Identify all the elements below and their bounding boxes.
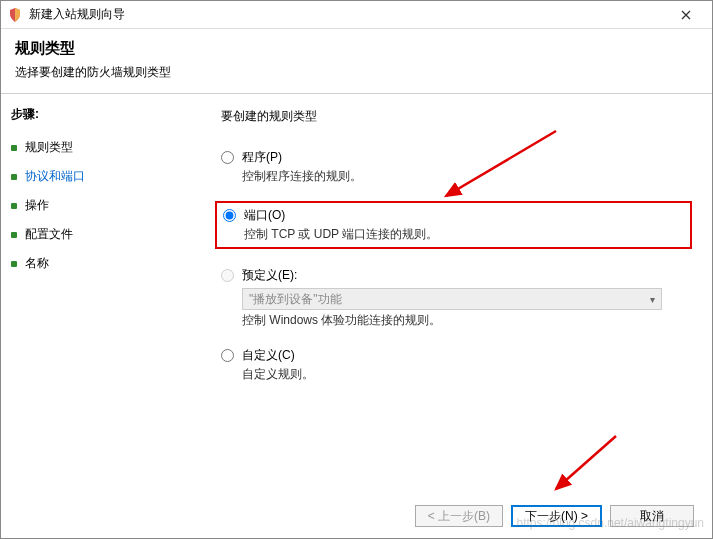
- steps-heading: 步骤:: [11, 106, 191, 123]
- step-label: 操作: [25, 197, 49, 214]
- radio-program[interactable]: [221, 151, 234, 164]
- predefined-dropdown: "播放到设备"功能 ▾: [242, 288, 662, 310]
- step-label: 名称: [25, 255, 49, 272]
- page-subtitle: 选择要创建的防火墙规则类型: [15, 64, 698, 81]
- option-predefined[interactable]: 预定义(E): "播放到设备"功能 ▾ 控制 Windows 体验功能连接的规则…: [221, 265, 692, 331]
- steps-sidebar: 步骤: 规则类型 协议和端口 操作 配置文件 名称: [1, 94, 201, 500]
- bullet-icon: [11, 232, 17, 238]
- firewall-icon: [7, 7, 23, 23]
- predefined-selected: "播放到设备"功能: [249, 291, 342, 308]
- window-title: 新建入站规则向导: [29, 6, 666, 23]
- option-program[interactable]: 程序(P) 控制程序连接的规则。: [221, 147, 692, 187]
- bullet-icon: [11, 203, 17, 209]
- chevron-down-icon: ▾: [650, 294, 655, 305]
- step-profile[interactable]: 配置文件: [11, 220, 191, 249]
- radio-custom[interactable]: [221, 349, 234, 362]
- radio-predefined[interactable]: [221, 269, 234, 282]
- next-button[interactable]: 下一步(N) >: [511, 505, 602, 527]
- option-port[interactable]: 端口(O) 控制 TCP 或 UDP 端口连接的规则。: [215, 201, 692, 249]
- bullet-icon: [11, 145, 17, 151]
- wizard-body: 步骤: 规则类型 协议和端口 操作 配置文件 名称 要创建的规则类型 程序(P): [1, 94, 712, 500]
- option-predefined-label: 预定义(E):: [242, 267, 692, 284]
- close-icon: [681, 10, 691, 20]
- step-protocol-port[interactable]: 协议和端口: [11, 162, 191, 191]
- option-port-label: 端口(O): [244, 207, 684, 224]
- step-name[interactable]: 名称: [11, 249, 191, 278]
- wizard-header: 规则类型 选择要创建的防火墙规则类型: [1, 29, 712, 93]
- option-custom-label: 自定义(C): [242, 347, 692, 364]
- step-action[interactable]: 操作: [11, 191, 191, 220]
- option-custom-desc: 自定义规则。: [242, 366, 692, 383]
- content-prompt: 要创建的规则类型: [221, 108, 692, 125]
- content-pane: 要创建的规则类型 程序(P) 控制程序连接的规则。 端口(O) 控制 TCP 或…: [201, 94, 712, 500]
- option-port-desc: 控制 TCP 或 UDP 端口连接的规则。: [244, 226, 684, 243]
- radio-port[interactable]: [223, 209, 236, 222]
- option-custom[interactable]: 自定义(C) 自定义规则。: [221, 345, 692, 385]
- close-button[interactable]: [666, 2, 706, 28]
- back-button: < 上一步(B): [415, 505, 503, 527]
- titlebar: 新建入站规则向导: [1, 1, 712, 29]
- step-label: 配置文件: [25, 226, 73, 243]
- option-program-label: 程序(P): [242, 149, 692, 166]
- page-title: 规则类型: [15, 39, 698, 58]
- option-program-desc: 控制程序连接的规则。: [242, 168, 692, 185]
- wizard-footer: < 上一步(B) 下一步(N) > 取消: [1, 494, 712, 538]
- bullet-icon: [11, 261, 17, 267]
- step-label: 规则类型: [25, 139, 73, 156]
- option-predefined-desc: 控制 Windows 体验功能连接的规则。: [242, 312, 692, 329]
- bullet-icon: [11, 174, 17, 180]
- cancel-button[interactable]: 取消: [610, 505, 694, 527]
- step-rule-type[interactable]: 规则类型: [11, 133, 191, 162]
- step-label: 协议和端口: [25, 168, 85, 185]
